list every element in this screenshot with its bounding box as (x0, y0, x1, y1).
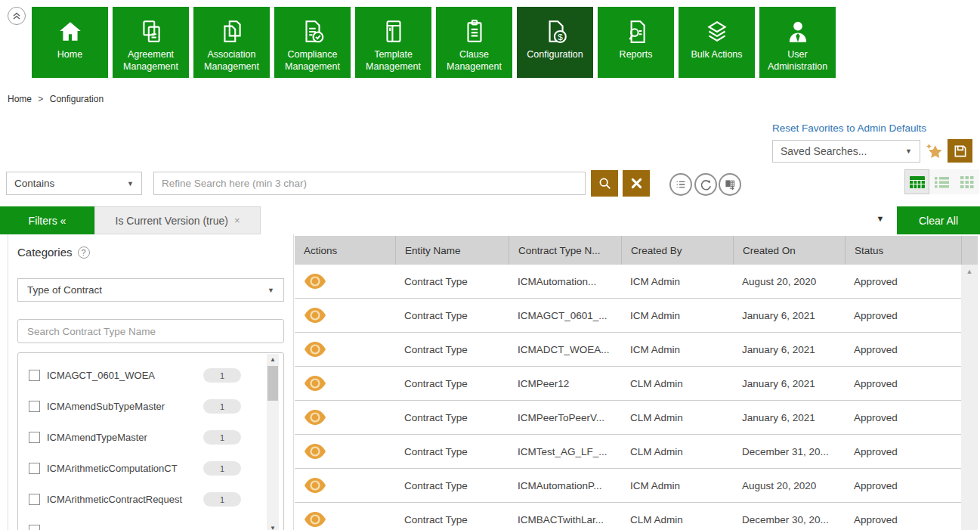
table-row[interactable]: Contract Type ICMAGCT_0601_... ICM Admin… (295, 299, 961, 333)
favorite-star-button[interactable] (920, 140, 948, 163)
list-scrollbar[interactable]: ▲ ▼ (267, 354, 279, 530)
search-icon (598, 176, 612, 191)
list-item[interactable] (18, 515, 283, 530)
compliance-icon (299, 15, 326, 48)
preview-eye-icon[interactable] (304, 408, 326, 426)
clear-all-label: Clear All (919, 215, 958, 227)
nav-tile-clause-management[interactable]: Clause Management (436, 7, 512, 78)
nav-tile-reports[interactable]: Reports (598, 7, 674, 78)
column-header-created-by[interactable]: Created By (621, 236, 733, 265)
cell-created-on: January 6, 2021 (733, 344, 845, 355)
clear-search-button[interactable] (623, 170, 650, 197)
preview-eye-icon[interactable] (304, 476, 326, 494)
preview-eye-icon[interactable] (304, 272, 326, 290)
breadcrumb-home[interactable]: Home (8, 94, 32, 104)
home-icon (57, 15, 84, 48)
nav-tile-association-management[interactable]: Association Management (193, 7, 270, 78)
search-input[interactable] (153, 172, 586, 195)
nav-tile-label: Template Management (355, 48, 431, 73)
table-row[interactable]: Contract Type ICMADCT_WOEA... ICM Admin … (295, 333, 961, 367)
export-icon (724, 178, 736, 191)
table-row[interactable]: Contract Type ICMBACTwithLar... CLM Admi… (295, 503, 961, 530)
clear-all-filters-button[interactable]: Clear All (897, 206, 980, 234)
column-header-contract-type-name[interactable]: Contract Type N... (509, 236, 621, 265)
list-view-icon (935, 176, 949, 188)
nav-tile-compliance-management[interactable]: Compliance Management (274, 7, 351, 78)
contract-type-label: ICMAGCT_0601_WOEA (47, 370, 155, 381)
help-icon[interactable]: ? (78, 246, 90, 259)
nav-tile-home[interactable]: Home (32, 7, 108, 78)
table-row[interactable]: Contract Type ICMPeer12 CLM Admin Januar… (295, 367, 961, 401)
association-icon (218, 15, 246, 48)
scrollbar-thumb[interactable] (267, 366, 278, 401)
column-header-entity-name[interactable]: Entity Name (395, 236, 509, 265)
contract-type-checkbox[interactable] (29, 370, 40, 381)
list-item[interactable]: ICMArithmeticComputationCT 1 (18, 453, 283, 484)
contract-type-checkbox[interactable] (29, 401, 40, 412)
list-item[interactable]: ICMAmendSubTypeMaster 1 (18, 391, 283, 422)
nav-tile-label: Configuration (525, 48, 584, 60)
scroll-up-icon[interactable]: ▲ (267, 354, 279, 364)
cell-contract-type-name: ICMADCT_WOEA... (509, 344, 621, 355)
save-search-button[interactable] (948, 139, 972, 163)
nav-tile-bulk-actions[interactable]: Bulk Actions (679, 7, 755, 78)
reset-favorites-link[interactable]: Reset Favorites to Admin Defaults (772, 122, 926, 134)
categories-panel: Categories ? Type of Contract ▼ ICMAGCT_… (8, 234, 294, 530)
list-view-button[interactable] (929, 169, 954, 194)
table-row[interactable]: Contract Type ICMAutomationP... ICM Admi… (295, 469, 961, 503)
preview-eye-icon[interactable] (304, 442, 326, 460)
contract-type-checkbox[interactable] (29, 432, 40, 443)
cell-created-on: January 6, 2021 (733, 310, 845, 321)
table-view-button[interactable] (904, 169, 929, 194)
filter-bar-dropdown-caret[interactable]: ▼ (873, 214, 888, 223)
export-button[interactable] (719, 173, 741, 196)
search-operator-select[interactable]: Contains ▼ (6, 172, 142, 195)
category-type-select[interactable]: Type of Contract ▼ (17, 278, 284, 302)
collapse-nav-button[interactable] (8, 7, 26, 25)
nav-tile-template-management[interactable]: Template Management (355, 7, 431, 78)
detail-list-button[interactable] (669, 173, 692, 196)
list-item[interactable]: ICMAGCT_0601_WOEA 1 (18, 360, 283, 391)
preview-eye-icon[interactable] (304, 374, 326, 392)
table-row[interactable]: Contract Type ICMTest_AG_LF_... CLM Admi… (295, 435, 961, 469)
category-type-value: Type of Contract (27, 284, 102, 296)
cell-contract-type-name: ICMBACTwithLar... (509, 514, 621, 525)
list-item[interactable]: ICMArithmeticContractRequest 1 (18, 484, 283, 515)
search-button[interactable] (591, 170, 618, 197)
cell-contract-type-name: ICMPeer12 (509, 378, 621, 389)
column-header-status[interactable]: Status (845, 236, 961, 265)
count-badge: 1 (203, 461, 241, 476)
scroll-down-icon[interactable]: ▼ (267, 522, 279, 530)
table-row[interactable]: Contract Type ICMPeerToPeerV... CLM Admi… (295, 401, 961, 435)
preview-eye-icon[interactable] (304, 306, 326, 324)
scroll-up-icon[interactable]: ▲ (961, 268, 978, 275)
contract-type-checkbox[interactable] (29, 494, 40, 505)
remove-filter-icon[interactable]: × (234, 215, 240, 226)
list-item[interactable]: ICMAmendTypeMaster 1 (18, 422, 283, 453)
refresh-button[interactable] (694, 173, 717, 196)
filters-toggle-button[interactable]: Filters « (0, 206, 94, 234)
column-header-created-on[interactable]: Created On (733, 236, 845, 265)
contract-type-search-input[interactable] (17, 319, 284, 343)
filter-chip-is-current-version[interactable]: Is Current Version (true) × (94, 206, 261, 234)
nav-tile-user-administration[interactable]: User Administration (759, 7, 836, 78)
table-row[interactable]: Contract Type ICMAutomation... ICM Admin… (295, 265, 961, 299)
cell-created-on: January 6, 2021 (733, 412, 845, 423)
preview-eye-icon[interactable] (304, 510, 326, 528)
contract-type-label: ICMAmendTypeMaster (47, 432, 147, 443)
contract-type-checkbox[interactable] (29, 525, 40, 530)
star-icon (923, 141, 945, 162)
filters-button-label: Filters « (29, 215, 66, 227)
column-header-actions[interactable]: Actions (295, 236, 395, 265)
saved-searches-select[interactable]: Saved Searches... ▼ (772, 140, 920, 163)
nav-tile-label: Bulk Actions (689, 48, 744, 60)
saved-searches-value: Saved Searches... (781, 145, 867, 157)
nav-tile-agreement-management[interactable]: Agreement Management (113, 7, 189, 78)
nav-tile-configuration[interactable]: $ Configuration (517, 7, 593, 78)
contract-type-checkbox[interactable] (29, 463, 40, 474)
contract-type-label: ICMArithmeticContractRequest (47, 494, 182, 505)
grid-view-button[interactable] (954, 169, 979, 194)
chevron-down-icon: ▼ (905, 147, 912, 155)
preview-eye-icon[interactable] (304, 340, 326, 358)
table-scrollbar[interactable]: ▲ (961, 265, 978, 530)
